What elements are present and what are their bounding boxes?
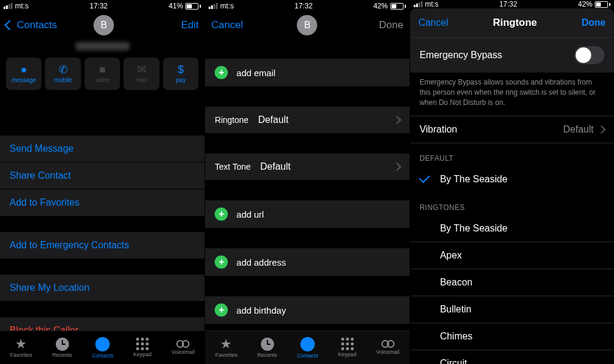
chevron-right-icon bbox=[393, 163, 401, 171]
ringtone-name: By The Seaside bbox=[440, 174, 508, 184]
tab-favorites[interactable]: ★Favorites bbox=[10, 338, 32, 358]
tab-label: Voicemail bbox=[171, 349, 195, 355]
send-message-row[interactable]: Send Message bbox=[0, 136, 204, 163]
avatar[interactable]: B bbox=[297, 15, 317, 35]
keypad-icon bbox=[341, 338, 354, 350]
voicemail-icon bbox=[381, 340, 395, 348]
add-email-row[interactable]: +add email bbox=[205, 59, 409, 86]
message-button[interactable]: ●message bbox=[6, 58, 41, 90]
emergency-bypass-row[interactable]: Emergency Bypass bbox=[410, 37, 614, 73]
mobile-label: mobile bbox=[54, 77, 71, 83]
clock-label: 17:32 bbox=[89, 2, 107, 10]
tab-label: Keypad bbox=[133, 351, 152, 357]
tab-recents[interactable]: Recents bbox=[257, 338, 277, 358]
contacts-icon bbox=[300, 337, 315, 351]
message-icon: ● bbox=[20, 64, 27, 75]
clock-label: 17:32 bbox=[499, 0, 517, 8]
pay-button[interactable]: $pay bbox=[163, 58, 198, 90]
vibration-label: Vibration bbox=[420, 124, 458, 135]
carrier-label: mt:s bbox=[15, 2, 29, 10]
battery-icon bbox=[595, 1, 610, 8]
mail-button: ✉mail bbox=[124, 58, 159, 90]
signal-icon bbox=[414, 1, 423, 7]
texttone-row[interactable]: Text Tone Default bbox=[205, 154, 409, 180]
tab-contacts[interactable]: Contacts bbox=[92, 337, 113, 359]
vibration-row[interactable]: Vibration Default bbox=[410, 116, 614, 143]
section-header-ringtones: RINGTONES bbox=[410, 192, 614, 215]
video-icon: ■ bbox=[99, 64, 106, 75]
plus-icon: + bbox=[215, 66, 228, 79]
check-icon bbox=[419, 172, 429, 183]
tab-voicemail[interactable]: Voicemail bbox=[171, 340, 195, 355]
share-location-row[interactable]: Share My Location bbox=[0, 275, 204, 302]
carrier-label: mt:s bbox=[220, 2, 234, 10]
status-bar: mt:s 17:32 42% bbox=[205, 0, 409, 12]
mobile-button[interactable]: ✆mobile bbox=[45, 58, 80, 90]
add-favorites-row[interactable]: Add to Favorites bbox=[0, 189, 204, 216]
ringtone-option[interactable]: By The Seaside bbox=[410, 215, 614, 242]
tab-keypad[interactable]: Keypad bbox=[133, 338, 152, 357]
pay-label: pay bbox=[176, 77, 186, 83]
tab-favorites[interactable]: ★Favorites bbox=[215, 338, 237, 358]
add-birthday-row[interactable]: +add birthday bbox=[205, 296, 409, 324]
texttone-key: Text Tone bbox=[215, 162, 251, 172]
done-button[interactable]: Done bbox=[356, 19, 404, 31]
add-url-row[interactable]: +add url bbox=[205, 200, 409, 228]
content-area: +add email Ringtone Default Text Tone De… bbox=[205, 38, 409, 330]
contact-name-blurred bbox=[76, 42, 130, 50]
add-emergency-row[interactable]: Add to Emergency Contacts bbox=[0, 232, 204, 259]
tab-voicemail[interactable]: Voicemail bbox=[377, 340, 400, 355]
back-button[interactable]: Contacts bbox=[6, 19, 57, 31]
tab-bar: ★Favorites Recents Contacts Keypad Voice… bbox=[0, 330, 204, 364]
chevron-right-icon bbox=[393, 116, 401, 124]
ringtone-name: Beacon bbox=[440, 277, 472, 287]
ringtone-option[interactable]: Beacon bbox=[410, 269, 614, 296]
ringtone-name: Bulletin bbox=[440, 304, 471, 314]
block-caller-row[interactable]: Block this Caller bbox=[0, 317, 204, 330]
status-bar: mt:s 17:32 42% bbox=[410, 0, 614, 8]
phone-contact-card: mt:s 17:32 41% Contacts B Edit ●message … bbox=[0, 0, 204, 364]
battery-label: 41% bbox=[168, 2, 183, 10]
battery-icon bbox=[185, 3, 201, 10]
share-contact-row[interactable]: Share Contact bbox=[0, 163, 204, 189]
keypad-icon bbox=[136, 338, 149, 350]
battery-label: 42% bbox=[374, 2, 388, 10]
video-button: ■video bbox=[85, 58, 120, 90]
tab-contacts[interactable]: Contacts bbox=[297, 337, 318, 359]
voicemail-icon bbox=[176, 340, 189, 348]
tab-label: Contacts bbox=[297, 353, 318, 359]
done-button[interactable]: Done bbox=[582, 17, 606, 28]
clock-icon bbox=[261, 338, 274, 351]
ringtone-row[interactable]: Ringtone Default bbox=[205, 107, 409, 133]
tab-label: Favorites bbox=[215, 352, 237, 358]
avatar[interactable]: B bbox=[94, 15, 114, 35]
tab-bar: ★Favorites Recents Contacts Keypad Voice… bbox=[205, 330, 409, 364]
ringtone-selected[interactable]: By The Seaside bbox=[410, 166, 614, 192]
content-area: Send Message Share Contact Add to Favori… bbox=[0, 98, 204, 330]
bypass-switch[interactable] bbox=[574, 46, 604, 64]
bypass-label: Emergency Bypass bbox=[420, 50, 574, 61]
ringtone-option[interactable]: Bulletin bbox=[410, 296, 614, 323]
add-email-label: add email bbox=[236, 68, 275, 78]
carrier-label: mt:s bbox=[425, 0, 439, 8]
ringtone-option[interactable]: Apex bbox=[410, 242, 614, 269]
tab-keypad[interactable]: Keypad bbox=[338, 338, 357, 357]
phone-ringtone-picker: mt:s 17:32 42% Cancel Ringtone Done Emer… bbox=[410, 0, 614, 364]
cancel-button[interactable]: Cancel bbox=[211, 19, 259, 31]
ringtone-option[interactable]: Circuit bbox=[410, 350, 614, 364]
edit-button[interactable]: Edit bbox=[151, 19, 198, 31]
signal-icon bbox=[4, 3, 13, 9]
back-label: Contacts bbox=[17, 19, 57, 31]
ringtone-option[interactable]: Chimes bbox=[410, 323, 614, 350]
add-address-row[interactable]: +add address bbox=[205, 248, 409, 276]
sheet-title: Ringtone bbox=[493, 17, 537, 29]
ringtone-key: Ringtone bbox=[215, 115, 248, 125]
tab-label: Recents bbox=[52, 352, 72, 358]
clock-icon bbox=[56, 338, 69, 351]
tab-recents[interactable]: Recents bbox=[52, 338, 72, 358]
sheet-nav: Cancel Ringtone Done bbox=[410, 8, 614, 37]
nav-bar: Contacts B Edit bbox=[0, 12, 204, 38]
cancel-button[interactable]: Cancel bbox=[419, 17, 449, 28]
quick-actions-row: ●message ✆mobile ■video ✉mail $pay bbox=[0, 58, 204, 98]
ringtone-value: Default bbox=[258, 115, 384, 125]
